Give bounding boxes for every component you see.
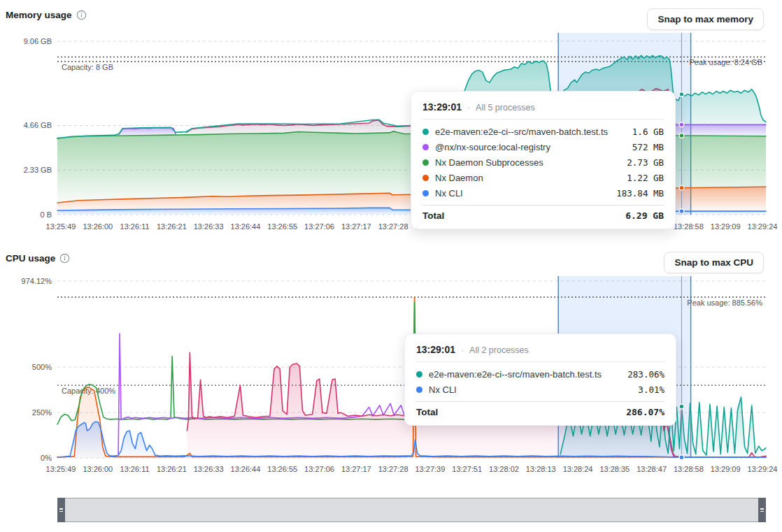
tooltip-total-row: Total 6.29 GB xyxy=(422,205,664,223)
svg-text:13:26:33: 13:26:33 xyxy=(194,465,224,473)
memory-tooltip: 13:29:01 · All 5 processes e2e-maven:e2e… xyxy=(411,91,676,229)
svg-text:13:28:47: 13:28:47 xyxy=(637,465,667,473)
process-name: e2e-maven:e2e-ci--src/maven-batch.test.t… xyxy=(429,369,621,380)
svg-text:13:27:39: 13:27:39 xyxy=(415,465,445,473)
brush-right-handle[interactable] xyxy=(758,498,766,522)
tooltip-separator: · xyxy=(461,345,464,355)
memory-section-header: Memory usage xyxy=(6,10,87,20)
svg-text:13:27:28: 13:27:28 xyxy=(378,465,408,473)
svg-text:2.33 GB: 2.33 GB xyxy=(24,166,52,174)
total-value: 6.29 GB xyxy=(625,210,664,221)
tooltip-subtitle: All 5 processes xyxy=(476,103,535,113)
svg-text:13:29:09: 13:29:09 xyxy=(711,465,741,473)
svg-text:13:26:55: 13:26:55 xyxy=(267,222,297,231)
process-value: 1.6 GB xyxy=(632,127,664,137)
tooltip-total-row: Total 286.07% xyxy=(416,401,664,419)
series-color-dot xyxy=(422,159,429,166)
svg-text:974.12%: 974.12% xyxy=(22,277,52,285)
tooltip-row: Nx CLI 183.84 MB xyxy=(422,185,664,201)
svg-text:13:28:02: 13:28:02 xyxy=(489,465,519,473)
process-monitor-page: Memory usage Snap to max memory 9.06 GB4… xyxy=(0,0,782,532)
process-name: Nx Daemon xyxy=(435,173,620,183)
tooltip-row: @nx/nx-source:local-registry 572 MB xyxy=(422,139,664,154)
svg-text:Capacity: 8 GB: Capacity: 8 GB xyxy=(62,63,113,71)
series-color-dot xyxy=(416,387,422,393)
series-color-dot xyxy=(422,190,429,196)
svg-text:13:27:17: 13:27:17 xyxy=(341,465,371,473)
tooltip-row: e2e-maven:e2e-ci--src/maven-batch.test.t… xyxy=(416,366,664,382)
series-color-dot xyxy=(422,144,429,150)
svg-text:13:26:21: 13:26:21 xyxy=(157,465,187,473)
svg-text:13:25:49: 13:25:49 xyxy=(46,222,76,231)
series-color-dot xyxy=(422,175,429,181)
svg-text:13:29:24: 13:29:24 xyxy=(748,465,778,473)
cpu-section-header: CPU usage xyxy=(6,253,70,264)
svg-text:Peak usage: 885.56%: Peak usage: 885.56% xyxy=(687,299,762,307)
svg-text:13:29:24: 13:29:24 xyxy=(748,222,778,231)
total-label: Total xyxy=(416,407,626,417)
svg-text:13:27:51: 13:27:51 xyxy=(452,465,482,473)
process-name: Nx CLI xyxy=(429,384,632,395)
svg-text:13:27:17: 13:27:17 xyxy=(341,222,371,231)
svg-text:13:26:55: 13:26:55 xyxy=(267,465,297,473)
snap-to-max-cpu-button[interactable]: Snap to max CPU xyxy=(664,252,764,273)
svg-text:13:26:21: 13:26:21 xyxy=(157,222,187,231)
svg-text:13:26:44: 13:26:44 xyxy=(231,222,261,231)
svg-text:13:27:06: 13:27:06 xyxy=(304,222,334,231)
process-name: Nx Daemon Subprocesses xyxy=(435,157,620,168)
svg-text:500%: 500% xyxy=(32,363,52,371)
process-value: 572 MB xyxy=(632,142,664,152)
total-value: 286.07% xyxy=(626,407,664,417)
tooltip-row: Nx Daemon Subprocesses 2.73 GB xyxy=(422,154,664,170)
process-name: e2e-maven:e2e-ci--src/maven-batch.test.t… xyxy=(435,127,626,137)
process-value: 3.01% xyxy=(638,384,664,395)
svg-text:13:26:11: 13:26:11 xyxy=(120,222,150,231)
svg-text:4.66 GB: 4.66 GB xyxy=(24,121,52,129)
svg-text:13:28:24: 13:28:24 xyxy=(563,465,593,473)
process-name: @nx/nx-source:local-registry xyxy=(435,142,626,152)
tooltip-time: 13:29:01 xyxy=(416,344,455,355)
svg-text:13:26:33: 13:26:33 xyxy=(194,222,224,231)
svg-text:13:26:00: 13:26:00 xyxy=(83,222,113,231)
svg-text:13:28:35: 13:28:35 xyxy=(599,465,630,473)
tooltip-separator: · xyxy=(467,103,470,113)
process-value: 1.22 GB xyxy=(627,173,664,183)
svg-text:13:28:58: 13:28:58 xyxy=(674,222,704,231)
info-icon[interactable] xyxy=(76,10,87,20)
svg-text:13:27:06: 13:27:06 xyxy=(304,465,334,473)
svg-text:250%: 250% xyxy=(32,408,52,417)
svg-text:Peak usage: 8.24 GB: Peak usage: 8.24 GB xyxy=(689,58,762,66)
svg-text:9.06 GB: 9.06 GB xyxy=(24,37,52,45)
svg-text:13:28:58: 13:28:58 xyxy=(674,465,704,473)
snap-to-max-memory-button[interactable]: Snap to max memory xyxy=(647,8,764,30)
tooltip-row: e2e-maven:e2e-ci--src/maven-batch.test.t… xyxy=(422,124,664,139)
series-color-dot xyxy=(416,371,422,378)
svg-text:0 B: 0 B xyxy=(40,210,52,219)
svg-text:13:26:11: 13:26:11 xyxy=(120,465,150,473)
info-icon[interactable] xyxy=(59,253,70,264)
svg-text:13:28:13: 13:28:13 xyxy=(526,465,556,473)
memory-usage-title: Memory usage xyxy=(6,10,72,20)
total-label: Total xyxy=(422,210,625,221)
brush-left-handle[interactable] xyxy=(57,498,65,522)
process-value: 283.06% xyxy=(627,369,664,380)
tooltip-time: 13:29:01 xyxy=(422,101,462,113)
tooltip-row: Nx Daemon 1.22 GB xyxy=(422,170,664,185)
svg-text:13:29:09: 13:29:09 xyxy=(711,222,741,231)
tooltip-subtitle: All 2 processes xyxy=(469,345,529,355)
svg-text:13:26:00: 13:26:00 xyxy=(83,465,113,473)
svg-text:13:25:49: 13:25:49 xyxy=(46,465,76,473)
process-value: 183.84 MB xyxy=(616,188,664,199)
process-name: Nx CLI xyxy=(435,188,610,199)
process-value: 2.73 GB xyxy=(627,157,664,168)
series-color-dot xyxy=(422,129,429,135)
svg-text:13:26:44: 13:26:44 xyxy=(231,465,261,473)
timeline-brush-track[interactable] xyxy=(57,498,766,522)
tooltip-row: Nx CLI 3.01% xyxy=(416,382,664,397)
cpu-tooltip: 13:29:01 · All 2 processes e2e-maven:e2e… xyxy=(404,333,676,426)
svg-text:0%: 0% xyxy=(41,454,52,462)
svg-text:13:27:28: 13:27:28 xyxy=(378,222,408,231)
cpu-usage-title: CPU usage xyxy=(6,253,55,264)
